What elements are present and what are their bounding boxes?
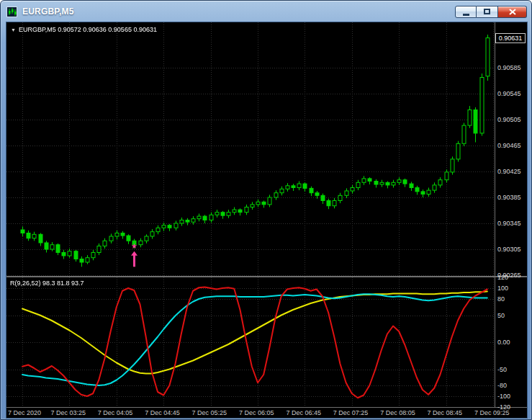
price-tick: 0.90465 — [497, 142, 521, 149]
price-tick: 0.90305 — [497, 246, 521, 253]
indicator-tick: 100 — [497, 285, 508, 292]
close-icon — [509, 9, 516, 15]
time-tick: 7 Dec 08:45 — [428, 409, 463, 416]
indicator-tick: 80 — [497, 295, 505, 303]
chart-window: EURGBP,M5 ▼ EURGBP,M5 0.90572 0.90636 0.… — [0, 0, 532, 420]
close-button[interactable] — [498, 6, 527, 18]
time-tick: 7 Dec 07:25 — [333, 409, 369, 416]
price-scale[interactable]: 0.90631 0.905850.905450.905050.904650.90… — [495, 22, 527, 407]
price-tick: 0.90345 — [497, 220, 521, 227]
title-bar[interactable]: EURGBP,M5 — [1, 1, 531, 22]
time-tick: 7 Dec 08:05 — [380, 409, 415, 416]
minimize-icon — [463, 14, 469, 16]
indicator-tick: -80 — [497, 382, 507, 389]
time-tick: 7 Dec 06:05 — [239, 409, 274, 416]
current-price-badge: 0.90631 — [495, 33, 526, 43]
maximize-icon — [484, 9, 490, 14]
time-tick: 7 Dec 2020 — [8, 409, 41, 416]
window-title: EURGBP,M5 — [22, 6, 74, 17]
price-tick: 0.90385 — [497, 194, 521, 201]
chart-content: ▼ EURGBP,M5 0.90572 0.90636 0.90565 0.90… — [6, 22, 527, 418]
indicator-tick: 50 — [497, 312, 505, 319]
price-tick: 0.90585 — [497, 64, 521, 71]
symbol-dropdown-icon[interactable]: ▼ — [11, 27, 16, 33]
indicator-tick: 0.00 — [497, 339, 510, 346]
indicator-tick: 120 — [497, 274, 508, 281]
time-axis[interactable]: 7 Dec 20207 Dec 03:257 Dec 04:057 Dec 04… — [6, 408, 527, 418]
price-tick: 0.90505 — [497, 116, 521, 123]
time-tick: 7 Dec 04:45 — [145, 409, 180, 416]
time-tick: 7 Dec 09:25 — [474, 409, 510, 416]
price-tick: 0.90425 — [497, 168, 521, 175]
main-chart-canvas[interactable] — [6, 22, 495, 276]
indicator-tick: -100 — [497, 393, 510, 400]
time-tick: 7 Dec 03:25 — [50, 409, 86, 416]
ohlc-text: EURGBP,M5 0.90572 0.90636 0.90565 0.9063… — [19, 26, 157, 33]
indicator-label: R(9,26,52) 98.3 81.8 93.7 — [10, 280, 84, 287]
indicator-canvas[interactable] — [6, 277, 495, 407]
time-tick: 7 Dec 04:05 — [98, 409, 133, 416]
time-tick: 7 Dec 06:45 — [286, 409, 321, 416]
ohlc-header: ▼ EURGBP,M5 0.90572 0.90636 0.90565 0.90… — [11, 26, 157, 33]
indicator-tick: -50 — [497, 366, 507, 373]
panel-separator[interactable] — [6, 276, 527, 277]
time-tick: 7 Dec 05:25 — [192, 409, 227, 416]
window-controls — [455, 6, 527, 18]
minimize-button[interactable] — [455, 6, 477, 18]
window-icon[interactable] — [6, 6, 17, 17]
price-tick: 0.90545 — [497, 90, 521, 97]
maximize-button[interactable] — [477, 6, 498, 18]
